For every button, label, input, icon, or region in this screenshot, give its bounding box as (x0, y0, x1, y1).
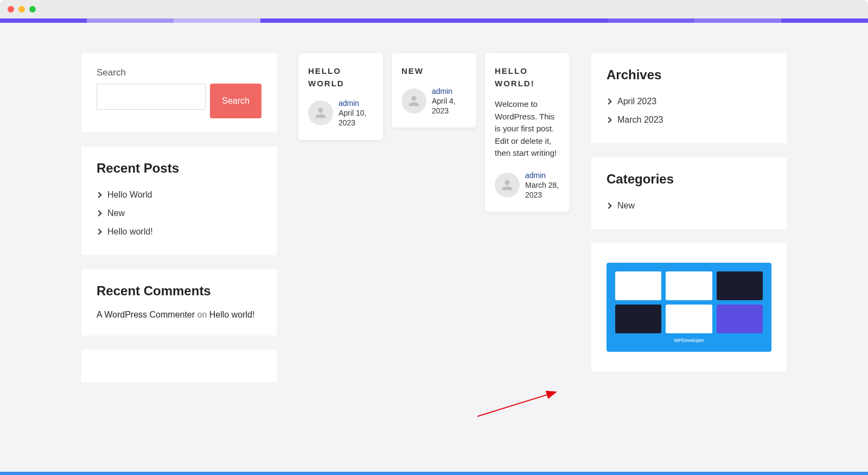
promo-thumbnail (717, 271, 763, 300)
window-minimize-icon[interactable] (18, 6, 25, 12)
recent-comment-line: A WordPress Commenter on Hello world! (97, 308, 261, 321)
archive-label: March 2023 (617, 115, 663, 125)
post-card[interactable]: HELLO WORLD admin April 10, 2023 (298, 53, 383, 140)
window-maximize-icon[interactable] (29, 6, 36, 12)
post-card[interactable]: NEW admin April 4, 2023 (392, 53, 476, 128)
promo-image[interactable]: WPDeveloper (607, 263, 771, 352)
promo-thumbnail (615, 271, 661, 300)
categories-heading: Categories (607, 172, 771, 187)
archive-label: April 2023 (617, 97, 656, 106)
post-author-row: admin April 10, 2023 (308, 98, 373, 128)
chevron-right-icon (605, 202, 611, 208)
recent-post-link[interactable]: New (97, 204, 261, 223)
promo-thumbnail (717, 305, 763, 333)
post-title: NEW (401, 65, 467, 78)
promo-thumbnail (615, 305, 661, 333)
page-body: Search Search Recent Posts Hello World N… (0, 23, 868, 475)
loading-ribbon (0, 18, 868, 23)
post-card[interactable]: HELLO WORLD! Welcome to WordPress. This … (485, 53, 570, 212)
chevron-right-icon (95, 192, 101, 198)
post-author-row: admin April 4, 2023 (401, 86, 467, 116)
chevron-right-icon (605, 98, 611, 104)
sidebar-left: Search Search Recent Posts Hello World N… (81, 53, 277, 396)
search-button[interactable]: Search (210, 84, 261, 118)
avatar-icon (401, 88, 426, 113)
chevron-right-icon (95, 229, 101, 235)
commenter-link[interactable]: A WordPress Commenter (97, 310, 195, 319)
browser-chrome (0, 0, 868, 18)
recent-comments-heading: Recent Comments (97, 283, 261, 299)
archive-link[interactable]: March 2023 (607, 111, 771, 129)
archives-heading: Archives (607, 67, 771, 83)
post-title: HELLO WORLD (308, 65, 373, 90)
footer-edge (0, 472, 868, 475)
post-title: HELLO WORLD! (495, 65, 560, 90)
post-date: March 28, 2023 (525, 180, 560, 200)
comment-post-link[interactable]: Hello world! (209, 310, 255, 319)
post-author[interactable]: admin (432, 86, 467, 96)
archive-link[interactable]: April 2023 (607, 92, 771, 111)
recent-post-label: Hello World (107, 190, 152, 200)
post-excerpt: Welcome to WordPress. This is your first… (495, 98, 560, 160)
promo-thumbnail (666, 271, 712, 300)
avatar-icon (308, 100, 333, 125)
category-label: New (617, 201, 635, 211)
post-author-row: admin March 28, 2023 (495, 170, 560, 200)
promo-thumbnail (666, 305, 712, 333)
widget-promo-image: WPDeveloper (591, 243, 787, 371)
chevron-right-icon (605, 117, 611, 123)
widget-archives: Archives April 2023 March 2023 (591, 53, 787, 143)
chevron-right-icon (95, 210, 101, 216)
recent-post-label: Hello world! (107, 227, 153, 237)
recent-posts-heading: Recent Posts (97, 161, 261, 176)
recent-post-link[interactable]: Hello world! (97, 223, 261, 241)
post-author[interactable]: admin (339, 98, 373, 108)
widget-recent-posts: Recent Posts Hello World New Hello world… (81, 147, 277, 255)
promo-footer-label: WPDeveloper (615, 338, 763, 343)
search-input[interactable] (97, 84, 206, 110)
comment-on-text: on (197, 310, 207, 319)
sidebar-right: Archives April 2023 March 2023 Categorie… (591, 53, 787, 396)
search-label: Search (97, 67, 261, 78)
window-close-icon[interactable] (8, 6, 14, 12)
widget-recent-comments: Recent Comments A WordPress Commenter on… (81, 269, 277, 335)
widget-categories: Categories New (591, 157, 787, 229)
recent-post-link[interactable]: Hello World (97, 186, 261, 204)
post-author[interactable]: admin (525, 170, 560, 180)
post-grid: HELLO WORLD admin April 10, 2023 NEW (298, 53, 570, 396)
category-link[interactable]: New (607, 197, 771, 215)
recent-post-label: New (107, 208, 125, 218)
post-date: April 10, 2023 (339, 108, 373, 128)
widget-empty (81, 350, 277, 382)
widget-search: Search Search (81, 53, 277, 132)
post-date: April 4, 2023 (432, 96, 467, 116)
avatar-icon (495, 173, 520, 198)
